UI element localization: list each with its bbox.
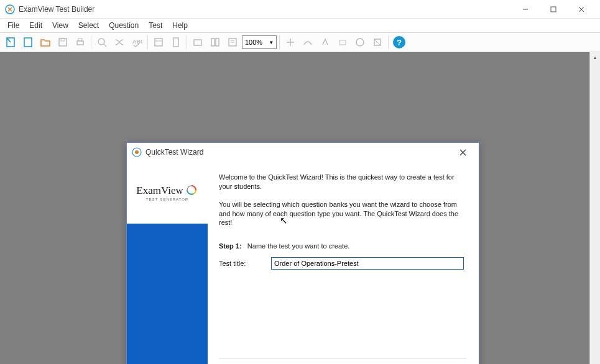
- step-text: Name the test you want to create.: [247, 242, 349, 250]
- toolbar-separator: [147, 35, 148, 49]
- examview-logo: ExamView TEST GENERATOR: [127, 162, 208, 224]
- svg-point-22: [356, 39, 364, 46]
- svg-rect-17: [216, 39, 219, 46]
- tool-toolbox2[interactable]: [207, 34, 223, 50]
- tool-spellcheck[interactable]: ABC: [129, 34, 145, 50]
- maximize-button[interactable]: [539, 0, 567, 19]
- tool-shuffle[interactable]: [111, 34, 127, 50]
- dialog-title: QuickTest Wizard: [145, 148, 451, 157]
- test-title-input[interactable]: [271, 257, 464, 270]
- tool-zoom-in[interactable]: [94, 34, 110, 50]
- tool-misc6[interactable]: [369, 34, 385, 50]
- tool-print[interactable]: [72, 34, 88, 50]
- svg-rect-4: [24, 38, 32, 47]
- test-title-row: Test title:: [219, 257, 464, 270]
- menu-view[interactable]: View: [47, 20, 73, 31]
- tool-toolbox1[interactable]: [190, 34, 206, 50]
- menu-test[interactable]: Test: [144, 20, 167, 31]
- logo-sub: TEST GENERATOR: [146, 198, 188, 201]
- tool-toolbox3[interactable]: [224, 34, 241, 50]
- step-label: Step 1:: [219, 242, 242, 250]
- vertical-scrollbar[interactable]: ▴: [589, 52, 600, 364]
- titlebar: ExamView Test Builder: [0, 0, 600, 19]
- help-icon: ?: [393, 36, 405, 48]
- minimize-button[interactable]: [511, 0, 539, 19]
- dialog-close-button[interactable]: [451, 143, 474, 161]
- svg-point-9: [98, 39, 104, 45]
- tool-misc1[interactable]: [282, 34, 298, 50]
- logo-bulb-icon: [185, 184, 198, 198]
- dialog-body: ExamView TEST GENERATOR Welcome to the Q…: [127, 162, 479, 364]
- tool-layout[interactable]: [150, 34, 167, 50]
- menu-help[interactable]: Help: [167, 20, 193, 31]
- logo-main: ExamView: [136, 184, 183, 197]
- app-icon: [5, 4, 15, 14]
- menu-edit[interactable]: Edit: [24, 20, 47, 31]
- help-button[interactable]: ?: [391, 34, 407, 50]
- toolbar-separator: [91, 35, 91, 49]
- svg-rect-5: [59, 39, 67, 46]
- svg-point-25: [135, 150, 139, 154]
- tool-new-blank[interactable]: [2, 34, 19, 50]
- tool-open[interactable]: [37, 34, 53, 50]
- svg-rect-12: [155, 39, 162, 46]
- dialog-titlebar: QuickTest Wizard: [127, 143, 479, 162]
- dialog-content: Welcome to the QuickTest Wizard! This is…: [208, 162, 479, 364]
- tool-misc4[interactable]: [335, 34, 351, 50]
- tool-new-test[interactable]: [20, 34, 36, 50]
- toolbar-separator: [279, 35, 280, 49]
- close-button[interactable]: [567, 0, 595, 19]
- svg-text:ABC: ABC: [132, 39, 142, 45]
- workspace: ▴ QuickTest Wizard ExamView: [0, 52, 600, 364]
- svg-line-10: [104, 44, 106, 47]
- zoom-value: 100%: [245, 39, 262, 46]
- zoom-select[interactable]: 100% ▼: [242, 35, 277, 49]
- tool-save[interactable]: [55, 34, 71, 50]
- tool-misc5[interactable]: [352, 34, 368, 50]
- window-title: ExamView Test Builder: [19, 5, 511, 14]
- tool-misc2[interactable]: [300, 34, 316, 50]
- dialog-icon: [132, 147, 142, 157]
- tool-misc3[interactable]: [317, 34, 333, 50]
- dialog-sidebar: ExamView TEST GENERATOR: [127, 162, 208, 364]
- test-title-label: Test title:: [219, 260, 271, 267]
- svg-rect-2: [551, 7, 556, 12]
- svg-rect-15: [194, 40, 201, 45]
- wizard-intro-1: Welcome to the QuickTest Wizard! This is…: [219, 173, 464, 191]
- scroll-up-icon[interactable]: ▴: [590, 52, 600, 63]
- svg-rect-16: [211, 39, 215, 46]
- menu-file[interactable]: File: [2, 20, 24, 31]
- svg-rect-14: [173, 38, 178, 47]
- svg-rect-7: [77, 41, 83, 45]
- tool-page[interactable]: [168, 34, 184, 50]
- toolbar-separator: [388, 35, 389, 49]
- menu-question[interactable]: Question: [104, 20, 144, 31]
- menu-select[interactable]: Select: [73, 20, 104, 31]
- chevron-down-icon: ▼: [269, 40, 274, 45]
- wizard-intro-2: You will be selecting which question ban…: [219, 200, 464, 228]
- svg-rect-21: [339, 40, 346, 45]
- window-controls: [511, 0, 595, 19]
- toolbar: ABC 100% ▼ ?: [0, 32, 600, 52]
- dialog-divider: [219, 358, 466, 358]
- toolbar-separator: [187, 35, 187, 49]
- menubar: File Edit View Select Question Test Help: [0, 19, 600, 32]
- step-line: Step 1: Name the test you want to create…: [219, 242, 464, 250]
- quicktest-wizard-dialog: QuickTest Wizard ExamView: [126, 142, 479, 364]
- dialog-button-bar: Help < Back Next > Cancel: [127, 360, 479, 364]
